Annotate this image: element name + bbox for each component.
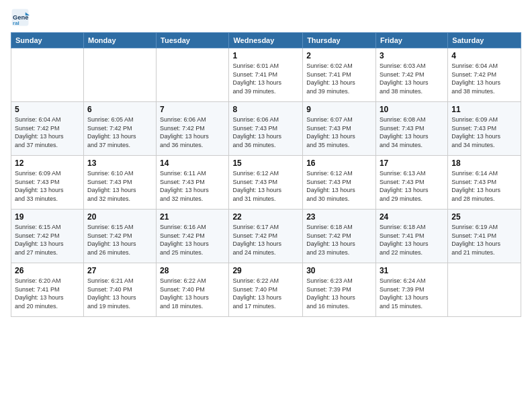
calendar-cell: 5Sunrise: 6:04 AM Sunset: 7:42 PM Daylig… <box>11 102 84 156</box>
page: Gene ral SundayMondayTuesdayWednesdayThu… <box>0 0 532 411</box>
day-info: Sunrise: 6:09 AM Sunset: 7:43 PM Dayligh… <box>451 116 517 149</box>
day-number: 4 <box>451 51 517 60</box>
calendar-cell: 18Sunrise: 6:14 AM Sunset: 7:43 PM Dayli… <box>448 156 521 210</box>
calendar-cell: 28Sunrise: 6:22 AM Sunset: 7:40 PM Dayli… <box>157 263 229 317</box>
day-number: 24 <box>380 212 444 222</box>
day-info: Sunrise: 6:01 AM Sunset: 7:41 PM Dayligh… <box>232 62 299 95</box>
day-number: 21 <box>160 212 225 222</box>
day-number: 19 <box>15 212 80 222</box>
day-info: Sunrise: 6:04 AM Sunset: 7:42 PM Dayligh… <box>451 62 517 95</box>
day-info: Sunrise: 6:18 AM Sunset: 7:41 PM Dayligh… <box>380 223 444 257</box>
day-number: 1 <box>232 51 299 60</box>
calendar-cell: 16Sunrise: 6:12 AM Sunset: 7:43 PM Dayli… <box>303 156 376 210</box>
weekday-header-friday: Friday <box>375 33 447 48</box>
header: Gene ral <box>11 8 521 27</box>
calendar-cell: 2Sunrise: 6:02 AM Sunset: 7:41 PM Daylig… <box>303 48 376 102</box>
day-info: Sunrise: 6:24 AM Sunset: 7:39 PM Dayligh… <box>380 277 444 310</box>
day-info: Sunrise: 6:03 AM Sunset: 7:42 PM Dayligh… <box>380 62 444 95</box>
calendar-week-1: 1Sunrise: 6:01 AM Sunset: 7:41 PM Daylig… <box>11 48 521 102</box>
weekday-header-saturday: Saturday <box>448 33 521 48</box>
day-info: Sunrise: 6:06 AM Sunset: 7:43 PM Dayligh… <box>232 116 299 149</box>
day-info: Sunrise: 6:10 AM Sunset: 7:43 PM Dayligh… <box>87 169 152 203</box>
calendar-cell: 10Sunrise: 6:08 AM Sunset: 7:43 PM Dayli… <box>375 102 447 156</box>
day-info: Sunrise: 6:06 AM Sunset: 7:42 PM Dayligh… <box>160 116 225 149</box>
day-number: 16 <box>306 158 372 168</box>
day-number: 25 <box>451 212 517 222</box>
day-number: 22 <box>232 212 299 222</box>
day-number: 26 <box>15 266 80 275</box>
day-info: Sunrise: 6:20 AM Sunset: 7:41 PM Dayligh… <box>15 277 80 310</box>
day-info: Sunrise: 6:08 AM Sunset: 7:43 PM Dayligh… <box>380 116 444 149</box>
day-info: Sunrise: 6:16 AM Sunset: 7:42 PM Dayligh… <box>160 223 225 257</box>
day-info: Sunrise: 6:09 AM Sunset: 7:43 PM Dayligh… <box>15 169 80 203</box>
day-number: 18 <box>451 158 517 168</box>
day-info: Sunrise: 6:12 AM Sunset: 7:43 PM Dayligh… <box>306 169 372 203</box>
day-number: 29 <box>232 266 299 275</box>
day-number: 5 <box>15 105 80 114</box>
calendar-cell: 23Sunrise: 6:18 AM Sunset: 7:42 PM Dayli… <box>303 210 376 263</box>
calendar-cell: 20Sunrise: 6:15 AM Sunset: 7:42 PM Dayli… <box>83 210 156 263</box>
day-number: 11 <box>451 105 517 114</box>
day-number: 17 <box>380 158 444 168</box>
weekday-header-sunday: Sunday <box>11 33 84 48</box>
calendar-week-2: 5Sunrise: 6:04 AM Sunset: 7:42 PM Daylig… <box>11 102 521 156</box>
calendar-cell: 27Sunrise: 6:21 AM Sunset: 7:40 PM Dayli… <box>83 263 156 317</box>
calendar-cell: 19Sunrise: 6:15 AM Sunset: 7:42 PM Dayli… <box>11 210 84 263</box>
day-info: Sunrise: 6:02 AM Sunset: 7:41 PM Dayligh… <box>306 62 372 95</box>
calendar-cell <box>448 263 521 317</box>
day-info: Sunrise: 6:17 AM Sunset: 7:42 PM Dayligh… <box>232 223 299 257</box>
calendar-cell: 7Sunrise: 6:06 AM Sunset: 7:42 PM Daylig… <box>157 102 229 156</box>
day-number: 31 <box>380 266 444 275</box>
calendar: SundayMondayTuesdayWednesdayThursdayFrid… <box>11 32 521 317</box>
weekday-header-tuesday: Tuesday <box>157 33 229 48</box>
weekday-header-wednesday: Wednesday <box>229 33 303 48</box>
day-info: Sunrise: 6:12 AM Sunset: 7:43 PM Dayligh… <box>232 169 299 203</box>
day-number: 9 <box>306 105 372 114</box>
day-number: 7 <box>160 105 225 114</box>
calendar-cell: 26Sunrise: 6:20 AM Sunset: 7:41 PM Dayli… <box>11 263 84 317</box>
day-number: 2 <box>306 51 372 60</box>
day-info: Sunrise: 6:19 AM Sunset: 7:41 PM Dayligh… <box>451 223 517 257</box>
day-number: 27 <box>87 266 152 275</box>
day-info: Sunrise: 6:21 AM Sunset: 7:40 PM Dayligh… <box>87 277 152 310</box>
calendar-cell: 24Sunrise: 6:18 AM Sunset: 7:41 PM Dayli… <box>375 210 447 263</box>
calendar-cell: 21Sunrise: 6:16 AM Sunset: 7:42 PM Dayli… <box>157 210 229 263</box>
day-number: 15 <box>232 158 299 168</box>
calendar-week-3: 12Sunrise: 6:09 AM Sunset: 7:43 PM Dayli… <box>11 156 521 210</box>
day-number: 13 <box>87 158 152 168</box>
day-number: 8 <box>232 105 299 114</box>
calendar-cell: 12Sunrise: 6:09 AM Sunset: 7:43 PM Dayli… <box>11 156 84 210</box>
day-number: 23 <box>306 212 372 222</box>
calendar-cell: 3Sunrise: 6:03 AM Sunset: 7:42 PM Daylig… <box>375 48 447 102</box>
day-number: 10 <box>380 105 444 114</box>
calendar-cell: 25Sunrise: 6:19 AM Sunset: 7:41 PM Dayli… <box>448 210 521 263</box>
day-number: 28 <box>160 266 225 275</box>
day-info: Sunrise: 6:15 AM Sunset: 7:42 PM Dayligh… <box>15 223 80 257</box>
calendar-cell: 29Sunrise: 6:22 AM Sunset: 7:40 PM Dayli… <box>229 263 303 317</box>
calendar-cell: 30Sunrise: 6:23 AM Sunset: 7:39 PM Dayli… <box>303 263 376 317</box>
day-info: Sunrise: 6:23 AM Sunset: 7:39 PM Dayligh… <box>306 277 372 310</box>
day-info: Sunrise: 6:07 AM Sunset: 7:43 PM Dayligh… <box>306 116 372 149</box>
calendar-cell: 31Sunrise: 6:24 AM Sunset: 7:39 PM Dayli… <box>375 263 447 317</box>
calendar-cell: 6Sunrise: 6:05 AM Sunset: 7:42 PM Daylig… <box>83 102 156 156</box>
day-number: 6 <box>87 105 152 114</box>
calendar-cell: 13Sunrise: 6:10 AM Sunset: 7:43 PM Dayli… <box>83 156 156 210</box>
calendar-cell <box>83 48 156 102</box>
day-info: Sunrise: 6:05 AM Sunset: 7:42 PM Dayligh… <box>87 116 152 149</box>
calendar-cell: 14Sunrise: 6:11 AM Sunset: 7:43 PM Dayli… <box>157 156 229 210</box>
day-number: 30 <box>306 266 372 275</box>
calendar-week-5: 26Sunrise: 6:20 AM Sunset: 7:41 PM Dayli… <box>11 263 521 317</box>
day-info: Sunrise: 6:15 AM Sunset: 7:42 PM Dayligh… <box>87 223 152 257</box>
day-info: Sunrise: 6:22 AM Sunset: 7:40 PM Dayligh… <box>232 277 299 310</box>
calendar-cell: 8Sunrise: 6:06 AM Sunset: 7:43 PM Daylig… <box>229 102 303 156</box>
calendar-cell: 17Sunrise: 6:13 AM Sunset: 7:43 PM Dayli… <box>375 156 447 210</box>
calendar-cell: 22Sunrise: 6:17 AM Sunset: 7:42 PM Dayli… <box>229 210 303 263</box>
day-number: 12 <box>15 158 80 168</box>
day-info: Sunrise: 6:04 AM Sunset: 7:42 PM Dayligh… <box>15 116 80 149</box>
calendar-cell: 9Sunrise: 6:07 AM Sunset: 7:43 PM Daylig… <box>303 102 376 156</box>
calendar-cell: 15Sunrise: 6:12 AM Sunset: 7:43 PM Dayli… <box>229 156 303 210</box>
weekday-header-monday: Monday <box>83 33 156 48</box>
calendar-cell <box>11 48 84 102</box>
weekday-header-row: SundayMondayTuesdayWednesdayThursdayFrid… <box>11 33 521 48</box>
day-number: 20 <box>87 212 152 222</box>
